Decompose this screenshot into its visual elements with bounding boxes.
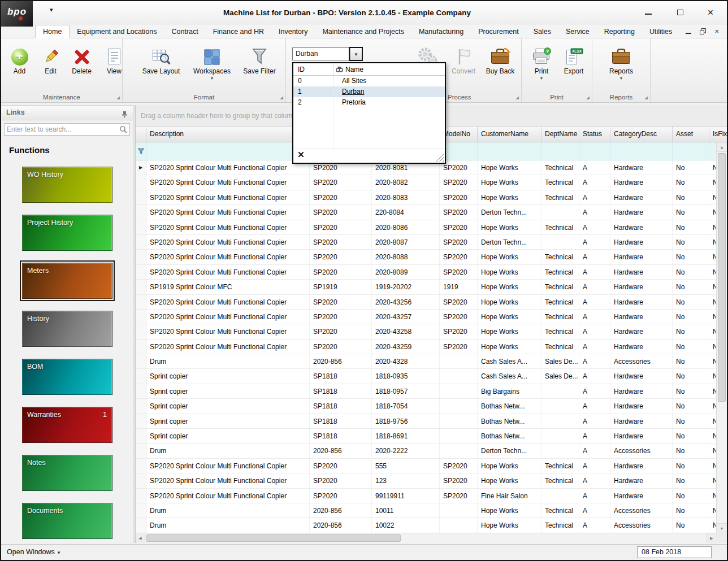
edit-button[interactable]: Edit xyxy=(36,42,66,90)
cell-hidden-1[interactable]: 2020-856 xyxy=(310,518,372,532)
scroll-up-button[interactable]: ▲ xyxy=(717,142,727,152)
cell-description[interactable]: SP2020 Sprint Colour Multi Functional Co… xyxy=(146,473,310,488)
delete-button[interactable]: Delete xyxy=(67,42,97,90)
function-button[interactable]: History xyxy=(22,311,112,347)
cell-description[interactable]: SP2020 Sprint Colour Multi Functional Co… xyxy=(146,220,310,234)
cell-deptname[interactable]: Technical xyxy=(541,503,579,517)
cell-deptname[interactable] xyxy=(541,399,579,413)
cell-status[interactable]: A xyxy=(579,175,610,189)
cell-isfixed[interactable]: No xyxy=(709,503,716,517)
cell-categorydesc[interactable]: Hardware xyxy=(610,250,673,264)
cell-customername[interactable]: Hope Works xyxy=(478,295,541,309)
cell-customername[interactable]: Hope Works xyxy=(478,160,541,175)
cell-isfixed[interactable]: No xyxy=(709,429,716,443)
cell-customername[interactable]: Cash Sales A... xyxy=(478,369,541,383)
grid-row[interactable]: SP2020 Sprint Colour Multi Functional Co… xyxy=(136,205,716,220)
cell-status[interactable]: A xyxy=(579,443,610,458)
cell-isfixed[interactable]: No xyxy=(709,265,716,279)
minimize-button[interactable] xyxy=(641,7,656,19)
dialog-launcher-icon[interactable]: ◢ xyxy=(645,95,648,100)
cell-modelno[interactable] xyxy=(440,369,478,383)
grid-row[interactable]: SP2020 Sprint Colour Multi Functional Co… xyxy=(136,175,716,190)
cell-hidden-2[interactable]: 555 xyxy=(372,459,440,473)
cell-description[interactable]: SP2020 Sprint Colour Multi Functional Co… xyxy=(146,265,310,279)
cell-customername[interactable]: Hope Works xyxy=(478,250,541,264)
export-button[interactable]: XLSX Export xyxy=(558,42,590,90)
cell-hidden-1[interactable]: SP1818 xyxy=(310,384,372,398)
cell-modelno[interactable]: 1919 xyxy=(440,280,478,294)
scroll-right-button[interactable]: ▶ xyxy=(707,533,716,543)
cell-hidden-1[interactable]: SP1818 xyxy=(310,399,372,413)
cell-isfixed[interactable]: No xyxy=(709,250,716,264)
vertical-scroll-thumb[interactable] xyxy=(718,153,726,402)
close-button[interactable]: × xyxy=(703,7,718,19)
cell-description[interactable]: Drum xyxy=(146,443,310,458)
grid-row[interactable]: SP2020 Sprint Colour Multi Functional Co… xyxy=(136,235,716,250)
cell-description[interactable]: Drum xyxy=(146,518,310,532)
cell-asset[interactable]: No xyxy=(673,429,709,443)
popup-resize-grip[interactable] xyxy=(436,154,444,162)
grid-row[interactable]: SP2020 Sprint Colour Multi Functional Co… xyxy=(136,340,716,354)
cell-hidden-2[interactable]: 2020-8088 xyxy=(372,250,440,264)
cell-isfixed[interactable]: No xyxy=(709,473,716,488)
cell-description[interactable]: SP2020 Sprint Colour Multi Functional Co… xyxy=(146,190,310,205)
vertical-scrollbar[interactable]: ▲ ▼ xyxy=(716,142,727,533)
cell-hidden-1[interactable]: SP2020 xyxy=(310,265,372,279)
cell-categorydesc[interactable]: Hardware xyxy=(610,473,673,488)
cell-status[interactable]: A xyxy=(579,473,610,488)
cell-description[interactable]: Sprint copier xyxy=(146,369,310,383)
mdi-close-button[interactable]: × xyxy=(714,28,719,35)
cell-deptname[interactable] xyxy=(541,384,579,398)
cell-deptname[interactable]: Technical xyxy=(541,324,579,338)
cell-categorydesc[interactable]: Hardware xyxy=(610,489,673,503)
dropdown-item[interactable]: 2 Pretoria xyxy=(293,97,445,108)
cell-modelno[interactable]: SP2020 xyxy=(440,205,478,219)
cell-status[interactable]: A xyxy=(579,250,610,264)
save-layout-button[interactable]: Save Layout xyxy=(138,42,184,90)
cell-status[interactable]: A xyxy=(579,310,610,324)
cell-isfixed[interactable]: No xyxy=(709,443,716,458)
cell-description[interactable]: SP2020 Sprint Colour Multi Functional Co… xyxy=(146,160,310,175)
grid-row[interactable]: Sprint copier SP1818 1818-7054 Bothas Ne… xyxy=(136,399,716,414)
cell-categorydesc[interactable]: Hardware xyxy=(610,205,673,219)
cell-modelno[interactable] xyxy=(440,518,478,532)
column-header-categorydesc[interactable]: CategoryDesc xyxy=(610,127,673,142)
cell-asset[interactable]: No xyxy=(673,384,709,398)
cell-status[interactable]: A xyxy=(579,220,610,234)
grid-row[interactable]: SP2020 Sprint Colour Multi Functional Co… xyxy=(136,220,716,235)
cell-hidden-2[interactable]: 2020-43259 xyxy=(372,340,440,354)
cell-deptname[interactable]: Technical xyxy=(541,310,579,324)
column-header-isfixed[interactable]: IsFixed xyxy=(709,127,727,142)
cell-customername[interactable]: Bothas Netw... xyxy=(478,429,541,443)
cell-description[interactable]: Drum xyxy=(146,354,310,368)
cell-categorydesc[interactable]: Hardware xyxy=(610,459,673,473)
site-filter-combobox[interactable]: Durban ▼ xyxy=(292,47,362,60)
cell-hidden-1[interactable]: 2020-856 xyxy=(310,503,372,517)
cell-customername[interactable]: Big Bargains xyxy=(478,384,541,398)
cell-categorydesc[interactable]: Hardware xyxy=(610,190,673,205)
cell-description[interactable]: Sprint copier xyxy=(146,384,310,398)
cell-deptname[interactable] xyxy=(541,205,579,219)
dropdown-item[interactable]: 0 All Sites xyxy=(293,76,445,86)
dialog-launcher-icon[interactable]: ◢ xyxy=(280,95,283,100)
cell-isfixed[interactable]: No xyxy=(709,340,716,354)
grid-row[interactable]: Drum 2020-856 2020-2222 Derton Techn... … xyxy=(136,443,716,458)
cell-asset[interactable]: No xyxy=(673,503,709,517)
column-header-deptname[interactable]: DeptName xyxy=(541,127,579,142)
cell-customername[interactable]: Hope Works xyxy=(478,265,541,279)
cell-description[interactable]: Sprint copier xyxy=(146,414,310,428)
cell-categorydesc[interactable]: Hardware xyxy=(610,175,673,189)
cell-description[interactable]: SP1919 Sprint Colour MFC xyxy=(146,280,310,294)
buy-back-button[interactable]: Buy Back xyxy=(483,42,518,90)
cell-asset[interactable]: No xyxy=(673,160,709,175)
cell-hidden-1[interactable]: SP2020 xyxy=(310,250,372,264)
cell-description[interactable]: SP2020 Sprint Colour Multi Functional Co… xyxy=(146,489,310,503)
cell-categorydesc[interactable]: Hardware xyxy=(610,280,673,294)
cell-asset[interactable]: No xyxy=(673,459,709,473)
cell-hidden-2[interactable]: 1919-20202 xyxy=(372,280,440,294)
cell-deptname[interactable]: Technical xyxy=(541,220,579,234)
cell-customername[interactable]: Hope Works xyxy=(478,503,541,517)
quick-access-arrow-icon[interactable]: ▾ xyxy=(50,6,53,14)
cell-description[interactable]: Sprint copier xyxy=(146,429,310,443)
cell-deptname[interactable]: Technical xyxy=(541,518,579,532)
